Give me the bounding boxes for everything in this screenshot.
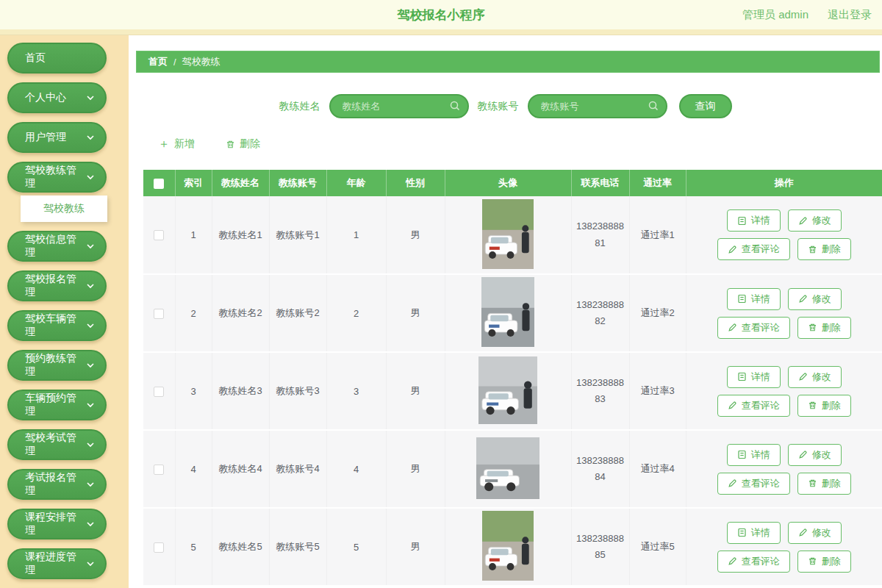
cell-coach-account: 教练账号5 [269, 508, 326, 586]
sidebar-item-车辆预约管理[interactable]: 车辆预约管理 [7, 390, 107, 420]
coach-table: 索引教练姓名教练账号年龄性别头像联系电话通过率操作 1 教练姓名1 教练账号1 … [143, 170, 882, 587]
app-header: 驾校报名小程序 管理员 admin 退出登录 [0, 0, 882, 29]
chevron-down-icon [86, 440, 95, 449]
detail-button[interactable]: 详情 [727, 444, 781, 466]
pencil-icon [798, 294, 808, 304]
sidebar-item-课程进度管理[interactable]: 课程进度管理 [7, 548, 107, 579]
main-content: 首页 / 驾校教练 教练姓名 教练账号 查询 ＋ 新增 删除 [129, 35, 882, 588]
coach-account-input[interactable] [528, 94, 667, 118]
pencil-icon [798, 528, 808, 537]
edit-button[interactable]: 修改 [788, 288, 842, 310]
coach-avatar-image [476, 437, 539, 499]
sidebar-item-考试报名管理[interactable]: 考试报名管理 [7, 469, 107, 500]
cell-age: 2 [326, 274, 386, 352]
detail-button[interactable]: 详情 [727, 209, 781, 232]
edit-button[interactable]: 修改 [788, 366, 842, 388]
view-comments-button[interactable]: 查看评论 [717, 395, 790, 417]
cell-index: 5 [175, 508, 212, 586]
sidebar-item-驾校教练管理[interactable]: 驾校教练管理 [7, 162, 107, 193]
row-checkbox[interactable] [154, 309, 164, 319]
row-actions: 详情 修改 查看评论 删除 [686, 444, 882, 495]
delete-button[interactable]: 删除 [797, 551, 851, 573]
coach-avatar-image [482, 511, 534, 581]
add-button[interactable]: ＋ 新增 [158, 137, 195, 151]
search-icon [648, 100, 659, 112]
cell-index: 1 [175, 196, 212, 274]
breadcrumb-separator: / [173, 57, 176, 68]
sidebar-item-驾校信息管理[interactable]: 驾校信息管理 [7, 231, 107, 262]
edit-button[interactable]: 修改 [788, 209, 842, 232]
pencil-icon [728, 478, 737, 488]
sidebar-item-首页[interactable]: 首页 [7, 43, 107, 74]
cell-phone: 13823888881 [575, 218, 626, 251]
column-header-教练账号: 教练账号 [269, 170, 326, 196]
row-checkbox[interactable] [154, 542, 164, 553]
detail-button[interactable]: 详情 [727, 522, 781, 544]
select-all-checkbox[interactable] [154, 179, 164, 189]
chevron-down-icon [86, 559, 95, 568]
row-actions: 详情 修改 查看评论 删除 [686, 209, 882, 260]
chevron-down-icon [86, 321, 95, 330]
delete-button[interactable]: 删除 [797, 473, 851, 495]
coach-name-input[interactable] [329, 94, 469, 118]
sidebar-item-个人中心[interactable]: 个人中心 [7, 82, 107, 113]
cell-coach-account: 教练账号4 [269, 430, 326, 508]
cell-pass-rate: 通过率5 [629, 508, 686, 586]
cell-index: 2 [175, 274, 212, 352]
cell-phone: 13823888882 [575, 297, 626, 329]
cell-age: 5 [326, 508, 386, 586]
coach-avatar-image [478, 356, 537, 424]
row-checkbox[interactable] [154, 387, 164, 397]
sidebar-item-驾校考试管理[interactable]: 驾校考试管理 [7, 429, 107, 460]
table-toolbar: ＋ 新增 删除 [158, 137, 882, 151]
search-bar: 教练姓名 教练账号 查询 [129, 94, 882, 118]
cell-gender: 男 [386, 196, 445, 274]
cell-gender: 男 [386, 508, 445, 586]
coach-name-label: 教练姓名 [279, 100, 320, 113]
pencil-icon [728, 245, 737, 254]
document-icon [737, 216, 747, 226]
sidebar-item-课程安排管理[interactable]: 课程安排管理 [7, 509, 107, 539]
pencil-icon [728, 323, 737, 332]
query-button[interactable]: 查询 [679, 94, 732, 118]
chevron-down-icon [86, 173, 95, 182]
delete-button[interactable]: 删除 [797, 317, 851, 339]
row-checkbox[interactable] [154, 230, 164, 240]
trash-icon [808, 556, 817, 566]
edit-button[interactable]: 修改 [788, 444, 842, 466]
detail-button[interactable]: 详情 [727, 288, 781, 310]
sidebar-item-预约教练管理[interactable]: 预约教练管理 [7, 350, 107, 381]
chevron-down-icon [86, 242, 95, 251]
detail-button[interactable]: 详情 [727, 366, 781, 388]
sidebar-item-驾校车辆管理[interactable]: 驾校车辆管理 [7, 310, 107, 341]
sidebar-item-用户管理[interactable]: 用户管理 [7, 122, 107, 153]
row-checkbox[interactable] [154, 465, 164, 475]
cell-coach-name: 教练姓名5 [212, 508, 269, 586]
view-comments-button[interactable]: 查看评论 [717, 473, 790, 495]
view-comments-button[interactable]: 查看评论 [717, 551, 790, 573]
edit-button[interactable]: 修改 [788, 522, 842, 544]
document-icon [737, 372, 747, 381]
table-row: 1 教练姓名1 教练账号1 1 男 13823888881 通过率1 详情 修改… [143, 196, 882, 274]
column-header-头像: 头像 [445, 170, 571, 196]
delete-selected-button[interactable]: 删除 [226, 137, 260, 151]
column-header-通过率: 通过率 [629, 170, 686, 196]
cell-pass-rate: 通过率3 [629, 352, 686, 430]
breadcrumb: 首页 / 驾校教练 [136, 51, 880, 73]
chevron-down-icon [86, 361, 95, 370]
view-comments-button[interactable]: 查看评论 [717, 317, 790, 339]
table-row: 4 教练姓名4 教练账号4 4 男 13823888884 通过率4 详情 修改… [143, 430, 882, 508]
delete-button[interactable]: 删除 [797, 238, 851, 260]
cell-pass-rate: 通过率2 [629, 274, 686, 352]
view-comments-button[interactable]: 查看评论 [717, 238, 790, 260]
sidebar-subitem-驾校教练[interactable]: 驾校教练 [21, 196, 107, 222]
column-header-操作: 操作 [686, 170, 882, 196]
trash-icon [808, 478, 817, 488]
table-row: 2 教练姓名2 教练账号2 2 男 13823888882 通过率2 详情 修改… [143, 274, 882, 352]
sidebar-item-驾校报名管理[interactable]: 驾校报名管理 [7, 270, 107, 301]
cell-index: 4 [175, 430, 212, 508]
logout-link[interactable]: 退出登录 [828, 8, 872, 22]
cell-age: 3 [326, 352, 386, 430]
breadcrumb-home[interactable]: 首页 [148, 55, 168, 68]
delete-button[interactable]: 删除 [797, 395, 851, 417]
